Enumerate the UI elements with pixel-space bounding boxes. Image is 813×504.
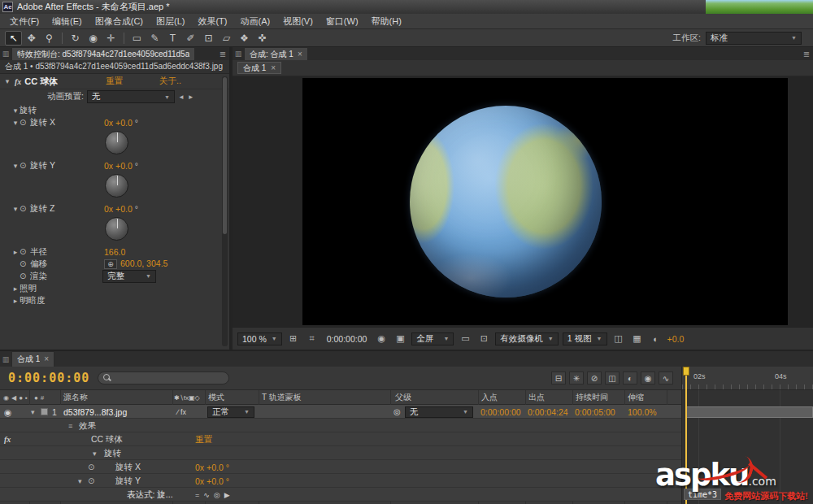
rotation-z-value[interactable]: 0x +0.0°: [104, 204, 138, 214]
layer-stretch-value[interactable]: 100.0%: [628, 405, 657, 419]
layer-color-swatch[interactable]: [41, 405, 48, 419]
source-name-header[interactable]: 源名称: [63, 390, 88, 405]
pan-behind-tool-icon[interactable]: ✛: [102, 31, 120, 46]
next-preset-icon[interactable]: ►: [188, 93, 194, 101]
shy-layers-icon[interactable]: ⊘: [587, 371, 602, 385]
layer-duration-bar[interactable]: [686, 406, 813, 418]
snapshot-icon[interactable]: ◉: [374, 332, 389, 345]
expression-enable-icon[interactable]: =: [195, 491, 199, 499]
twirl-down-icon[interactable]: ▾: [11, 205, 20, 213]
menu-view[interactable]: 视图(V): [276, 15, 320, 28]
crosshair-icon[interactable]: ⊕: [104, 259, 117, 269]
stretch-header[interactable]: 伸缩: [628, 390, 644, 405]
close-icon[interactable]: ×: [44, 355, 49, 363]
effects-group-row[interactable]: ≡ 效果: [0, 419, 681, 432]
rotation-x-dial[interactable]: [105, 131, 128, 154]
blend-mode-dropdown[interactable]: 正常 ▼: [207, 405, 254, 419]
twirl-down-icon[interactable]: ▾: [11, 162, 20, 170]
expression-row[interactable]: 表达式: 旋... = ∿ ◎ ▶: [0, 488, 681, 502]
menu-help[interactable]: 帮助(H): [365, 15, 408, 28]
exposure-icon[interactable]: ◐: [649, 332, 663, 345]
layer-out-value[interactable]: 0:00:04:24: [528, 405, 568, 419]
render-row[interactable]: ⊙ 渲染 完整 ▼: [0, 270, 229, 282]
offset-row[interactable]: ⊙ 偏移 ⊕600.0, 304.5: [0, 258, 229, 270]
twirl-right-icon[interactable]: ▸: [11, 248, 20, 256]
out-header[interactable]: 出点: [528, 390, 545, 405]
graph-editor-icon[interactable]: ∿: [659, 371, 673, 385]
parent-dropdown[interactable]: 无 ▼: [405, 405, 473, 419]
magnification-dropdown[interactable]: 100 % ▼: [237, 332, 282, 345]
twirl-down-icon[interactable]: ▾: [31, 405, 39, 419]
close-icon[interactable]: ×: [271, 64, 276, 72]
mask-shape-tool-icon[interactable]: ▭: [128, 31, 146, 46]
rotation-y-row[interactable]: ▾ ⊙ 旋转 Y 0x +0.0°: [0, 159, 229, 172]
composition-viewport[interactable]: [233, 76, 813, 327]
light-group-row[interactable]: ▸ 照明: [0, 282, 229, 294]
close-icon[interactable]: ×: [298, 50, 302, 59]
pixel-aspect-icon[interactable]: ◫: [611, 332, 626, 345]
draft-3d-icon[interactable]: ✳: [569, 371, 584, 385]
track-matte-header[interactable]: T 轨道蒙板: [262, 390, 302, 405]
menu-window[interactable]: 窗口(W): [320, 15, 365, 28]
rotation-x-label[interactable]: 旋转 X: [115, 460, 141, 474]
parent-pickwhip-icon[interactable]: ◎: [393, 405, 401, 419]
menu-animation[interactable]: 动画(A): [234, 15, 277, 28]
rotation-group-row[interactable]: ▾ 旋转: [0, 446, 681, 460]
twirl-right-icon[interactable]: ▸: [11, 297, 20, 305]
rotation-x-value[interactable]: 0x +0.0°: [104, 118, 138, 128]
fast-preview-icon[interactable]: ▦: [630, 332, 645, 345]
cc-sphere-label[interactable]: CC 球体: [91, 432, 123, 446]
stopwatch-icon[interactable]: ⊙: [88, 474, 94, 488]
reset-button[interactable]: 重置: [195, 432, 212, 446]
clone-stamp-tool-icon[interactable]: ⊡: [200, 31, 217, 46]
expression-label[interactable]: 表达式: 旋...: [127, 488, 173, 502]
zoom-tool-icon[interactable]: ⚲: [41, 31, 58, 46]
current-time-indicator-handle[interactable]: [683, 367, 689, 376]
mode-header[interactable]: 模式: [208, 390, 224, 405]
comp-flowchart-icon[interactable]: ⊟: [551, 371, 566, 385]
timeline-comp-tab[interactable]: 合成 1 ×: [11, 351, 54, 367]
exposure-value[interactable]: +0.0: [667, 334, 685, 344]
expression-menu-icon[interactable]: ▶: [224, 491, 230, 499]
stopwatch-icon[interactable]: ⊙: [20, 272, 30, 280]
current-time-display[interactable]: 0:00:00:00: [0, 371, 98, 385]
rotation-y-row[interactable]: ▾ ⊙ 旋转 Y 0x +0.0 °: [0, 474, 681, 488]
type-tool-icon[interactable]: T: [164, 31, 181, 46]
composition-tab[interactable]: 合成: 合成 1 ×: [244, 47, 308, 60]
menu-effect[interactable]: 效果(T): [191, 15, 233, 28]
scrollbar-thumb[interactable]: [223, 77, 227, 234]
stopwatch-icon[interactable]: ⊙: [20, 161, 30, 170]
stopwatch-icon[interactable]: ⊙: [20, 204, 30, 213]
search-input[interactable]: [98, 371, 229, 385]
layer-row[interactable]: ◉ ▾ 1 d53f879...8f3.jpg ∕ fx 正常 ▼ ◎ 无 ▼ …: [0, 405, 681, 419]
rotation-x-row[interactable]: ▾ ⊙ 旋转 X 0x +0.0°: [0, 116, 229, 128]
comp-breadcrumb-button[interactable]: 合成 1 ×: [237, 62, 281, 74]
parent-header[interactable]: 父级: [395, 390, 411, 405]
offset-value[interactable]: ⊕600.0, 304.5: [104, 259, 167, 269]
frame-blend-icon[interactable]: ◫: [605, 371, 620, 385]
hand-tool-icon[interactable]: ✥: [23, 31, 40, 46]
stopwatch-icon[interactable]: ⊙: [20, 247, 30, 256]
shading-group-row[interactable]: ▸ 明暗度: [0, 294, 229, 306]
render-dropdown[interactable]: 完整 ▼: [102, 270, 156, 283]
expression-graph-icon[interactable]: ∿: [203, 491, 210, 499]
motion-blur-icon[interactable]: ◐: [623, 371, 637, 385]
rotate-tool-icon[interactable]: ↻: [67, 31, 84, 46]
pen-tool-icon[interactable]: ✎: [146, 31, 163, 46]
menu-edit[interactable]: 编辑(E): [46, 15, 89, 28]
titlebar[interactable]: Ae Adobe After Effects - 未命名项目.aep *: [0, 0, 813, 14]
rotation-group-row[interactable]: ▾ 旋转: [0, 104, 229, 116]
twirl-down-icon[interactable]: ▾: [3, 77, 11, 85]
twirl-right-icon[interactable]: ▸: [11, 285, 20, 293]
radius-row[interactable]: ▸ ⊙ 半径 166.0: [0, 245, 229, 258]
roto-brush-tool-icon[interactable]: ❖: [236, 31, 253, 46]
twirl-down-icon[interactable]: ▾: [78, 474, 86, 488]
panel-menu-icon[interactable]: ≣: [800, 47, 813, 60]
rotation-z-dial[interactable]: [105, 217, 128, 241]
effect-header-row[interactable]: ▾ fx CC 球体 重置 关于..: [0, 74, 229, 89]
view-layout-dropdown[interactable]: 1 视图 ▼: [563, 332, 607, 345]
timeline-track-area[interactable]: 02s 04s time*3: [681, 367, 813, 504]
panel-grip-icon[interactable]: ▥: [233, 47, 244, 60]
panel-grip-icon[interactable]: ▥: [0, 47, 11, 60]
twirl-down-icon[interactable]: ▾: [11, 106, 20, 115]
